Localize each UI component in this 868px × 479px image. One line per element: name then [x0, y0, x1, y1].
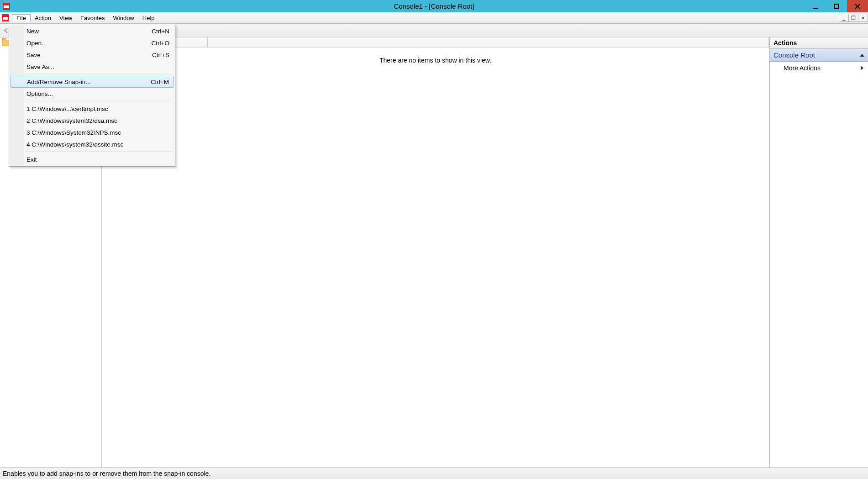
- file-menu-save-label: Save: [26, 52, 41, 58]
- file-menu-open-shortcut: Ctrl+O: [152, 40, 169, 47]
- file-menu-new-label: New: [26, 28, 39, 35]
- svg-rect-1: [834, 4, 839, 9]
- file-menu-add-remove-shortcut: Ctrl+M: [151, 79, 169, 85]
- menubar: File Action View Favorites Window Help _…: [0, 12, 868, 24]
- menu-separator: [26, 74, 173, 74]
- window-title: Console1 - [Console Root]: [394, 2, 474, 10]
- more-actions-link[interactable]: More Actions: [770, 62, 868, 74]
- file-menu-exit[interactable]: Exit: [10, 153, 174, 165]
- column-header-spacer: [208, 37, 769, 47]
- mdi-minimize-button[interactable]: _: [839, 14, 849, 22]
- empty-list-message: There are no items to show in this view.: [379, 57, 491, 64]
- actions-pane: Actions Console Root More Actions: [769, 37, 868, 467]
- file-menu-add-remove-snapin[interactable]: Add/Remove Snap-in... Ctrl+M: [11, 76, 174, 88]
- titlebar: Console1 - [Console Root]: [0, 0, 868, 12]
- menu-view[interactable]: View: [55, 15, 76, 21]
- file-menu-open-label: Open...: [26, 40, 47, 47]
- menu-window-label: Window: [113, 15, 134, 21]
- window-controls: [805, 0, 868, 12]
- menu-file-label: File: [16, 15, 26, 21]
- maximize-button[interactable]: [826, 0, 847, 12]
- folder-icon: [2, 40, 9, 46]
- app-icon: [3, 3, 10, 10]
- file-menu-options[interactable]: Options...: [10, 88, 174, 100]
- actions-section-title[interactable]: Console Root: [770, 49, 868, 62]
- menu-help[interactable]: Help: [138, 15, 159, 21]
- menu-help-label: Help: [142, 15, 155, 21]
- maximize-icon: [834, 4, 839, 9]
- file-menu-add-remove-label: Add/Remove Snap-in...: [27, 79, 91, 85]
- list-header: [102, 37, 769, 47]
- mdi-controls: _ ❐ ×: [839, 12, 868, 23]
- file-menu-save[interactable]: Save Ctrl+S: [10, 49, 174, 61]
- statusbar: Enables you to add snap-ins to or remove…: [0, 467, 868, 479]
- more-actions-label: More Actions: [784, 64, 821, 72]
- file-menu-save-as[interactable]: Save As...: [10, 61, 174, 73]
- console-icon: [2, 14, 9, 21]
- submenu-arrow-icon: [861, 66, 863, 70]
- menu-favorites[interactable]: Favorites: [76, 15, 109, 21]
- menu-window[interactable]: Window: [109, 15, 138, 21]
- menu-separator: [26, 101, 173, 101]
- list-body: There are no items to show in this view.: [102, 47, 769, 467]
- actions-pane-header: Actions: [770, 37, 868, 49]
- statusbar-text: Enables you to add snap-ins to or remove…: [3, 470, 210, 477]
- file-menu-options-label: Options...: [26, 90, 53, 97]
- close-icon: [855, 4, 860, 9]
- file-menu-open[interactable]: Open... Ctrl+O: [10, 37, 174, 49]
- list-pane: There are no items to show in this view.: [102, 37, 769, 467]
- file-menu-new[interactable]: New Ctrl+N: [10, 25, 174, 37]
- file-menu-exit-label: Exit: [26, 156, 37, 163]
- mdi-restore-button[interactable]: ❐: [848, 14, 858, 22]
- menu-separator: [26, 152, 173, 152]
- file-menu-recent-3[interactable]: 3 C:\Windows\System32\NPS.msc: [10, 126, 174, 138]
- file-menu-recent-2[interactable]: 2 C:\Windows\system32\dsa.msc: [10, 115, 174, 126]
- collapse-icon: [860, 54, 864, 57]
- minimize-icon: [813, 4, 818, 9]
- file-menu-recent-3-label: 3 C:\Windows\System32\NPS.msc: [26, 129, 121, 136]
- close-button[interactable]: [847, 0, 868, 12]
- file-menu-recent-4-label: 4 C:\Windows\system32\dssite.msc: [26, 141, 123, 148]
- file-menu-new-shortcut: Ctrl+N: [152, 28, 169, 35]
- file-menu-save-shortcut: Ctrl+S: [152, 52, 169, 58]
- menu-action[interactable]: Action: [31, 15, 55, 21]
- menu-file[interactable]: File: [12, 14, 31, 21]
- menu-action-label: Action: [35, 15, 51, 21]
- menu-favorites-label: Favorites: [80, 15, 105, 21]
- file-menu-recent-4[interactable]: 4 C:\Windows\system32\dssite.msc: [10, 138, 174, 150]
- file-menu-recent-2-label: 2 C:\Windows\system32\dsa.msc: [26, 117, 117, 124]
- file-menu-dropdown: New Ctrl+N Open... Ctrl+O Save Ctrl+S Sa…: [9, 24, 175, 167]
- menu-view-label: View: [59, 15, 72, 21]
- minimize-button[interactable]: [805, 0, 826, 12]
- mdi-close-button[interactable]: ×: [858, 14, 868, 22]
- actions-section-label: Console Root: [773, 51, 815, 59]
- file-menu-recent-1-label: 1 C:\Windows\...\certtmpl.msc: [26, 105, 108, 112]
- file-menu-recent-1[interactable]: 1 C:\Windows\...\certtmpl.msc: [10, 103, 174, 115]
- file-menu-save-as-label: Save As...: [26, 63, 54, 70]
